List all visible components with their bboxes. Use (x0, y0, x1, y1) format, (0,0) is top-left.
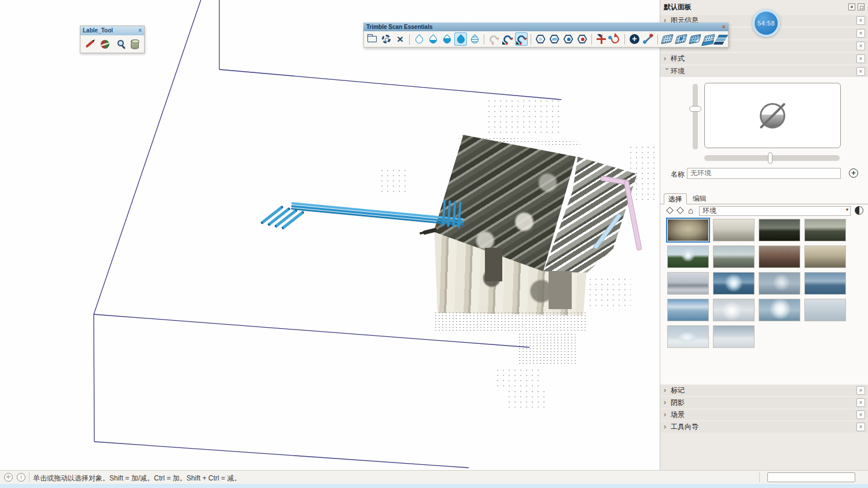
pointcloud-density-hatched-icon[interactable] (468, 32, 481, 46)
environment-thumbnail-water-glare[interactable] (759, 299, 800, 321)
environment-thumbnail-seashore[interactable] (713, 245, 755, 268)
environment-thumbnail-interior-light[interactable] (713, 219, 755, 241)
plane-report-icon[interactable] (703, 32, 715, 46)
help-icon[interactable]: i (17, 473, 25, 482)
hexagon-region-icon[interactable] (534, 32, 547, 46)
taskbar-edge-strip (0, 484, 868, 488)
plane-grid-icon[interactable] (661, 32, 674, 46)
pointcloud-density-low-icon[interactable] (426, 32, 439, 46)
section-close-icon[interactable]: × (856, 42, 865, 50)
add-environment-button[interactable]: + (849, 168, 858, 178)
pointcloud-noise-cluster-2 (495, 368, 541, 391)
pointcloud-density-empty-icon[interactable] (413, 32, 425, 46)
inspection-line-icon[interactable] (642, 32, 654, 46)
tab-select[interactable]: 选择 (664, 193, 687, 204)
trimble-toolbar-titlebar[interactable]: Trimble Scan Essentials × (363, 23, 729, 31)
layers-stack-icon[interactable] (716, 32, 729, 46)
chevron-right-icon: › (664, 54, 671, 63)
environment-thumbnail-snow-field[interactable] (713, 325, 755, 348)
environment-thumbnail-haze-sun[interactable] (713, 299, 755, 321)
toolbar-separator (484, 34, 484, 45)
home-icon[interactable]: ⌂ (688, 206, 693, 215)
environment-name-row: 名称 无环境 + (660, 168, 868, 179)
section-tags[interactable]: › 标记 × (660, 385, 868, 396)
environment-thumbnail-interior-warehouse[interactable] (667, 219, 709, 241)
magnet-select-icon[interactable] (515, 32, 528, 46)
section-scenes[interactable]: › 场景 × (660, 409, 868, 420)
statusbar-divider (759, 472, 760, 482)
environment-vertical-slider[interactable] (693, 84, 698, 149)
section-instructor[interactable]: › 工具向导 × (660, 421, 868, 432)
nav-back-icon[interactable] (666, 207, 674, 214)
settings-gear-icon[interactable] (380, 32, 392, 46)
section-close-icon[interactable]: × (856, 386, 865, 395)
measurements-input[interactable] (767, 472, 855, 482)
zoom-magnifier-icon[interactable] (113, 38, 126, 50)
trimble-toolbar-close-icon[interactable]: × (722, 23, 726, 31)
section-close-icon[interactable]: × (856, 54, 865, 63)
environment-name-input[interactable]: 无环境 (687, 168, 841, 179)
environment-thumbnail-ocean-sun[interactable] (713, 272, 755, 295)
database-cylinder-icon[interactable] (128, 38, 141, 50)
section-close-icon[interactable]: × (856, 67, 865, 76)
pointcloud-noise-cluster-4 (587, 277, 631, 310)
magnet-draw-icon[interactable] (501, 32, 514, 46)
pointcloud-noise-base (434, 311, 587, 331)
label-tool-title: Lable_Tool (83, 26, 113, 35)
dropdown-arrow-icon[interactable]: ▼ (845, 207, 849, 212)
nav-forward-icon[interactable] (676, 207, 684, 214)
status-bar: ✛ i 单击或拖动以选择对象。Shift = 加/减。Ctrl = 加。Shif… (0, 470, 868, 484)
label-pen-icon[interactable] (83, 38, 96, 50)
environment-thumbnail-city-snow[interactable] (667, 272, 709, 295)
hexagon-point-red-icon[interactable] (576, 32, 589, 46)
rotate-points-icon[interactable] (609, 32, 621, 46)
environment-collection-dropdown[interactable]: 环境 (699, 206, 851, 216)
section-styles[interactable]: › 样式 × (660, 53, 868, 64)
section-shadows[interactable]: › 阴影 × (660, 397, 868, 408)
label-tool-close-icon[interactable]: × (138, 26, 142, 35)
environment-thumbnail-sea-clouds[interactable] (804, 272, 846, 295)
tab-edit[interactable]: 编辑 (688, 193, 711, 204)
plane-fit-icon[interactable] (675, 32, 687, 46)
environment-thumbnail-snow-mountain[interactable] (667, 325, 709, 348)
environment-thumbnail-overcast-pale[interactable] (804, 299, 846, 321)
application-window: Lable_Tool × 默认面板 › 图元信息 × › × › × (0, 0, 868, 488)
plane-section-icon[interactable] (689, 32, 701, 46)
section-close-icon[interactable]: × (856, 423, 865, 431)
environment-thumbnail-cumulus-clouds[interactable] (667, 299, 709, 321)
move-points-icon[interactable] (595, 32, 608, 46)
close-tool-icon[interactable] (393, 32, 406, 46)
environment-preview (704, 83, 841, 148)
section-close-icon[interactable]: × (856, 29, 865, 38)
pointcloud-noise-above (486, 98, 561, 134)
environment-thumbnail-field-night[interactable] (759, 219, 800, 241)
section-close-icon[interactable]: × (856, 16, 865, 25)
environment-thumbnail-field-sun[interactable] (667, 245, 709, 268)
panel-dock-icon[interactable] (848, 3, 855, 10)
chevron-right-icon: › (664, 398, 671, 406)
vertical-slider-handle[interactable] (689, 106, 701, 112)
snap-reference-icon[interactable] (487, 32, 500, 46)
hexagon-cloud-icon[interactable] (548, 32, 561, 46)
environment-thumbnail-field-dusk[interactable] (804, 219, 846, 241)
section-close-icon[interactable]: × (856, 410, 865, 419)
hexagon-point-blue-icon[interactable] (562, 32, 575, 46)
panel-options-icon[interactable] (858, 3, 865, 10)
details-icon[interactable] (855, 206, 863, 215)
viewport-canvas[interactable]: Lable_Tool × (0, 0, 660, 470)
horizontal-slider-handle[interactable] (768, 152, 773, 164)
environment-section-body: 名称 无环境 + 选择 编辑 ⌂ 环境 ▼ (660, 77, 868, 384)
pointcloud-density-full-icon[interactable] (454, 32, 467, 46)
timer-value: 54:58 (755, 12, 778, 35)
label-tool-titlebar[interactable]: Lable_Tool × (80, 26, 144, 35)
orbit-sphere-icon[interactable] (98, 38, 111, 50)
section-close-icon[interactable]: × (856, 398, 865, 407)
section-environment[interactable]: › 环境 × (660, 66, 868, 77)
open-file-icon[interactable] (366, 32, 378, 46)
pointcloud-density-mid-icon[interactable] (440, 32, 453, 46)
environment-thumbnail-ocean-mist[interactable] (759, 272, 800, 295)
environment-thumbnail-forest-autumn[interactable] (759, 245, 800, 268)
geolocation-icon[interactable]: ✛ (4, 473, 13, 482)
environment-thumbnail-interior-tan[interactable] (804, 245, 846, 268)
add-point-icon[interactable] (628, 32, 641, 46)
